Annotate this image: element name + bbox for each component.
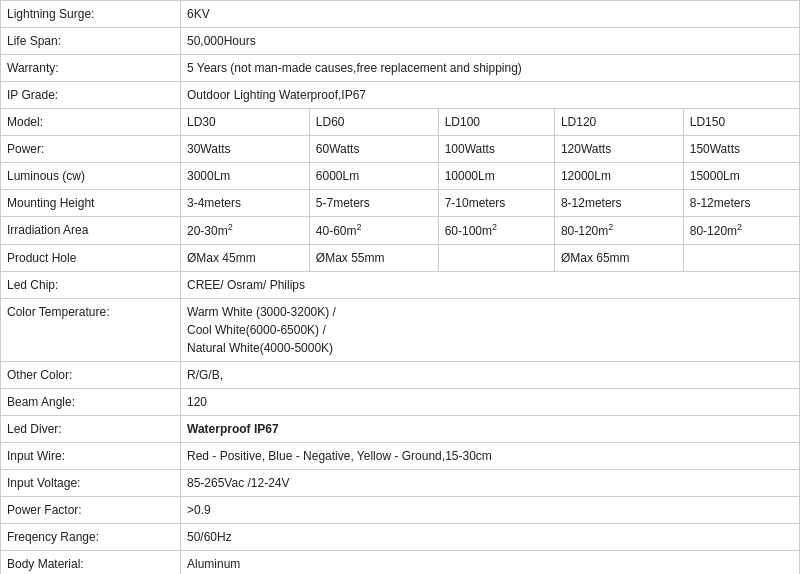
table-row: Body Material:Aluminum [1,551,800,575]
spec-value: Outdoor Lighting Waterproof,IP67 [181,82,800,109]
spec-value: Red - Positive, Blue - Negative, Yellow … [181,443,800,470]
spec-value: R/G/B, [181,362,800,389]
spec-cell: 7-10meters [438,190,554,217]
spec-label: Mounting Height [1,190,181,217]
spec-cell: 12000Lm [554,163,683,190]
spec-label: Input Voltage: [1,470,181,497]
table-row: Mounting Height3-4meters5-7meters7-10met… [1,190,800,217]
spec-label: Life Span: [1,28,181,55]
spec-label: Lightning Surge: [1,1,181,28]
spec-value: >0.9 [181,497,800,524]
spec-label: Body Material: [1,551,181,575]
spec-value: 5 Years (not man-made causes,free replac… [181,55,800,82]
spec-table: Lightning Surge:6KVLife Span:50,000Hours… [0,0,800,574]
table-row: IP Grade:Outdoor Lighting Waterproof,IP6… [1,82,800,109]
spec-value: Waterproof IP67 [181,416,800,443]
spec-cell: 30Watts [181,136,310,163]
table-row: Beam Angle:120 [1,389,800,416]
spec-label: Freqency Range: [1,524,181,551]
spec-label: Power Factor: [1,497,181,524]
spec-cell: 5-7meters [309,190,438,217]
spec-cell: ØMax 65mm [554,245,683,272]
spec-label: Led Diver: [1,416,181,443]
spec-label: Model: [1,109,181,136]
table-row: Model:LD30LD60LD100LD120LD150 [1,109,800,136]
table-row: Warranty:5 Years (not man-made causes,fr… [1,55,800,82]
spec-value: 50,000Hours [181,28,800,55]
spec-cell: 80-120m2 [554,217,683,245]
spec-label: Product Hole [1,245,181,272]
table-row: Other Color:R/G/B, [1,362,800,389]
spec-label: Beam Angle: [1,389,181,416]
spec-cell [683,245,799,272]
table-row: Power Factor:>0.9 [1,497,800,524]
spec-cell: ØMax 55mm [309,245,438,272]
spec-cell: LD100 [438,109,554,136]
table-row: Freqency Range:50/60Hz [1,524,800,551]
table-row: Lightning Surge:6KV [1,1,800,28]
table-row: Input Voltage:85-265Vac /12-24V [1,470,800,497]
table-row: Color Temperature:Warm White (3000-3200K… [1,299,800,362]
spec-cell: 8-12meters [554,190,683,217]
spec-cell: 20-30m2 [181,217,310,245]
spec-cell: 80-120m2 [683,217,799,245]
spec-cell: 10000Lm [438,163,554,190]
spec-cell: LD30 [181,109,310,136]
spec-value: CREE/ Osram/ Philips [181,272,800,299]
spec-cell: 6000Lm [309,163,438,190]
spec-cell: ØMax 45mm [181,245,310,272]
spec-value: 120 [181,389,800,416]
spec-label: Led Chip: [1,272,181,299]
spec-cell: LD120 [554,109,683,136]
table-row: Irradiation Area20-30m240-60m260-100m280… [1,217,800,245]
spec-value: Aluminum [181,551,800,575]
spec-label: Input Wire: [1,443,181,470]
spec-cell: 100Watts [438,136,554,163]
table-row: Led Diver:Waterproof IP67 [1,416,800,443]
table-row: Life Span:50,000Hours [1,28,800,55]
spec-label: Warranty: [1,55,181,82]
spec-cell: 150Watts [683,136,799,163]
spec-value: Warm White (3000-3200K) /Cool White(6000… [181,299,800,362]
spec-value: 6KV [181,1,800,28]
spec-label: Irradiation Area [1,217,181,245]
table-row: Led Chip:CREE/ Osram/ Philips [1,272,800,299]
spec-label: IP Grade: [1,82,181,109]
spec-value: 85-265Vac /12-24V [181,470,800,497]
spec-cell: 3000Lm [181,163,310,190]
spec-cell: 3-4meters [181,190,310,217]
table-row: Product HoleØMax 45mmØMax 55mmØMax 65mm [1,245,800,272]
spec-label: Power: [1,136,181,163]
table-row: Power:30Watts60Watts100Watts120Watts150W… [1,136,800,163]
spec-cell: LD60 [309,109,438,136]
spec-cell: LD150 [683,109,799,136]
spec-cell: 40-60m2 [309,217,438,245]
spec-cell: 8-12meters [683,190,799,217]
spec-label: Luminous (cw) [1,163,181,190]
table-row: Input Wire:Red - Positive, Blue - Negati… [1,443,800,470]
spec-value: 50/60Hz [181,524,800,551]
spec-cell: 60Watts [309,136,438,163]
spec-cell: 120Watts [554,136,683,163]
spec-cell: 15000Lm [683,163,799,190]
spec-cell: 60-100m2 [438,217,554,245]
table-row: Luminous (cw)3000Lm6000Lm10000Lm12000Lm1… [1,163,800,190]
spec-label: Other Color: [1,362,181,389]
spec-cell [438,245,554,272]
spec-label: Color Temperature: [1,299,181,362]
